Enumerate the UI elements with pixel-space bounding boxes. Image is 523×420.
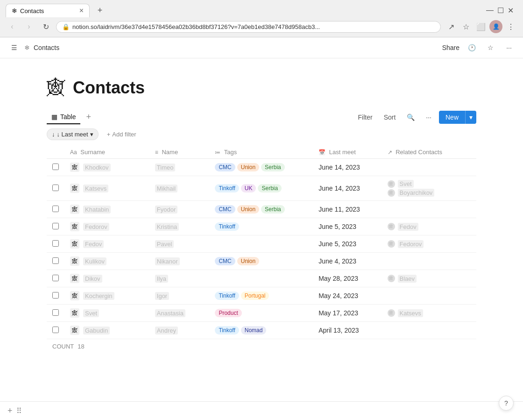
cell-tags[interactable] xyxy=(209,270,313,287)
related-item[interactable]: 🕸Svet xyxy=(388,180,471,188)
window-maximize-button[interactable]: ☐ xyxy=(497,6,504,15)
row-checkbox[interactable] xyxy=(47,322,64,339)
tag[interactable]: Nomad xyxy=(241,326,267,335)
related-item[interactable]: 🕸Blaev xyxy=(388,275,471,283)
tag[interactable]: CMC xyxy=(215,163,235,171)
tag[interactable]: Portugal xyxy=(241,292,269,300)
row-checkbox[interactable] xyxy=(47,201,64,218)
cell-related[interactable] xyxy=(382,253,476,270)
tag[interactable]: CMC xyxy=(215,205,235,214)
cell-name[interactable]: Pavel xyxy=(149,235,210,253)
row-checkbox[interactable] xyxy=(47,305,64,322)
table-row[interactable]: 🕸FedorovKristinaTinkoffJune 5, 2023🕸Fedo… xyxy=(47,218,476,235)
cell-lastmeet[interactable]: June 5, 2023 xyxy=(313,235,382,253)
cell-lastmeet[interactable]: May 28, 2023 xyxy=(313,270,382,287)
address-bar[interactable]: 🔒 notion.so/laidrivm/36e37d4e1578456ea02… xyxy=(56,21,441,33)
more-options-button[interactable]: ··· xyxy=(502,41,516,54)
th-surname[interactable]: Aa Surname xyxy=(64,146,149,159)
tag[interactable]: Union xyxy=(237,205,259,214)
cell-related[interactable] xyxy=(382,322,476,339)
forward-button[interactable]: › xyxy=(22,20,35,33)
cell-tags[interactable]: TinkoffUKSerbia xyxy=(209,176,313,201)
cell-lastmeet[interactable]: May 17, 2023 xyxy=(313,305,382,322)
cell-lastmeet[interactable]: April 13, 2023 xyxy=(313,322,382,339)
cell-name[interactable]: Andrey xyxy=(149,322,210,339)
table-row[interactable]: 🕸FedovPavelJune 5, 2023🕸Fedorov xyxy=(47,235,476,253)
cell-surname[interactable]: 🕸Khodkov xyxy=(64,159,149,176)
cell-lastmeet[interactable]: May 24, 2023 xyxy=(313,287,382,305)
cell-lastmeet[interactable]: June 11, 2023 xyxy=(313,201,382,218)
cell-lastmeet[interactable]: June 14, 2023 xyxy=(313,159,382,176)
row-checkbox[interactable] xyxy=(47,253,64,270)
cell-tags[interactable]: TinkoffNomad xyxy=(209,322,313,339)
tag[interactable]: Serbia xyxy=(261,205,285,214)
table-view-tab[interactable]: ▦ Table xyxy=(47,110,80,124)
cell-tags[interactable] xyxy=(209,235,313,253)
cell-name[interactable]: Ilya xyxy=(149,270,210,287)
tag[interactable]: Union xyxy=(237,163,259,171)
cell-tags[interactable]: Tinkoff xyxy=(209,218,313,235)
tag[interactable]: Union xyxy=(237,257,259,265)
cell-name[interactable]: Fyodor xyxy=(149,201,210,218)
table-row[interactable]: 🕸KhodkovTimeoCMCUnionSerbiaJune 14, 2023 xyxy=(47,159,476,176)
th-lastmeet[interactable]: 📅 Last meet xyxy=(313,146,382,159)
table-row[interactable]: 🕸KatsevsMikhailTinkoffUKSerbiaJune 14, 2… xyxy=(47,176,476,201)
th-tags[interactable]: ≔ Tags xyxy=(209,146,313,159)
row-checkbox[interactable] xyxy=(47,218,64,235)
help-button[interactable]: ? xyxy=(499,396,514,411)
tab-close-button[interactable]: × xyxy=(79,7,84,14)
add-filter-button[interactable]: + Add filter xyxy=(102,129,141,140)
cell-tags[interactable]: CMCUnion xyxy=(209,253,313,270)
cell-related[interactable] xyxy=(382,287,476,305)
cell-surname[interactable]: 🕸Svet xyxy=(64,305,149,322)
refresh-button[interactable]: ↻ xyxy=(39,20,52,33)
table-row[interactable]: 🕸KhatabinFyodorCMCUnionSerbiaJune 11, 20… xyxy=(47,201,476,218)
tag[interactable]: Tinkoff xyxy=(215,184,239,192)
th-name[interactable]: ≡ Name xyxy=(149,146,210,159)
star-button[interactable]: ☆ xyxy=(484,41,497,54)
row-checkbox[interactable] xyxy=(47,159,64,176)
cell-tags[interactable]: CMCUnionSerbia xyxy=(209,201,313,218)
row-checkbox[interactable] xyxy=(47,176,64,201)
cell-surname[interactable]: 🕸Kulikov xyxy=(64,253,149,270)
window-close-button[interactable]: ✕ xyxy=(508,6,514,15)
tag[interactable]: Tinkoff xyxy=(215,222,239,231)
share-button[interactable]: Share xyxy=(442,44,459,51)
cell-surname[interactable]: 🕸Khatabin xyxy=(64,201,149,218)
bookmark-button[interactable]: ☆ xyxy=(459,20,473,33)
cell-name[interactable]: Igor xyxy=(149,287,210,305)
tag[interactable]: Serbia xyxy=(261,163,285,171)
cell-name[interactable]: Kristina xyxy=(149,218,210,235)
cell-related[interactable]: 🕸Blaev xyxy=(382,270,476,287)
cell-related[interactable]: 🕸Fedorov xyxy=(382,235,476,253)
search-button[interactable]: 🔍 xyxy=(403,111,418,123)
table-row[interactable]: 🕸SvetAnastasiaProductMay 17, 2023🕸Katsev… xyxy=(47,305,476,322)
cell-lastmeet[interactable]: June 4, 2023 xyxy=(313,253,382,270)
table-row[interactable]: 🕸KocherginIgorTinkoffPortugalMay 24, 202… xyxy=(47,287,476,305)
cell-lastmeet[interactable]: June 5, 2023 xyxy=(313,218,382,235)
browser-menu-button[interactable]: ⋮ xyxy=(504,20,517,33)
related-item[interactable]: 🕸Fedorov xyxy=(388,240,471,248)
cell-surname[interactable]: 🕸Kochergin xyxy=(64,287,149,305)
sort-button[interactable]: Sort xyxy=(380,111,400,123)
row-checkbox[interactable] xyxy=(47,287,64,305)
history-button[interactable]: 🕐 xyxy=(465,41,478,54)
related-item[interactable]: 🕸Boyarchikov xyxy=(388,189,471,197)
cell-name[interactable]: Mikhail xyxy=(149,176,210,201)
add-view-button[interactable]: + xyxy=(82,109,95,125)
cell-surname[interactable]: 🕸Gabudin xyxy=(64,322,149,339)
cell-related[interactable]: 🕸Fedov xyxy=(382,218,476,235)
th-related[interactable]: ↗ Related Contacts xyxy=(382,146,476,159)
extensions-button[interactable]: ⬜ xyxy=(474,20,488,33)
back-button[interactable]: ‹ xyxy=(6,20,19,33)
cell-surname[interactable]: 🕸Dikov xyxy=(64,270,149,287)
cell-lastmeet[interactable]: June 14, 2023 xyxy=(313,176,382,201)
share-page-button[interactable]: ↗ xyxy=(445,20,458,33)
cell-tags[interactable]: TinkoffPortugal xyxy=(209,287,313,305)
cell-related[interactable] xyxy=(382,201,476,218)
cell-surname[interactable]: 🕸Katsevs xyxy=(64,176,149,201)
table-row[interactable]: 🕸GabudinAndreyTinkoffNomadApril 13, 2023 xyxy=(47,322,476,339)
cell-name[interactable]: Nikanor xyxy=(149,253,210,270)
profile-button[interactable]: 👤 xyxy=(489,20,502,33)
tag[interactable]: UK xyxy=(241,184,256,192)
